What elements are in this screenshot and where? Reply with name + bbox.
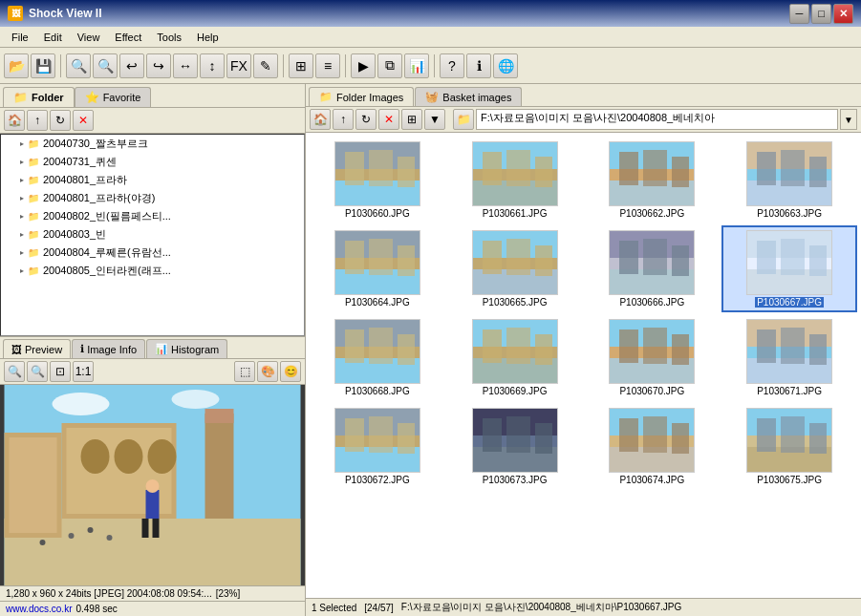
svg-rect-91 — [757, 329, 776, 363]
svg-rect-103 — [483, 418, 502, 452]
rt-view-toggle[interactable]: ⊞ — [401, 109, 422, 130]
tb-fx[interactable]: FX — [226, 53, 251, 78]
tb-zoom-out[interactable]: 🔍 — [93, 53, 118, 78]
path-dropdown[interactable]: ▼ — [840, 109, 857, 130]
tree-item-2[interactable]: ▸ 📁 20040801_프라하 — [1, 171, 304, 189]
thumb-label-P1030674: P1030674.JPG — [619, 475, 684, 485]
svg-rect-8 — [205, 414, 234, 519]
info-icon: ℹ — [80, 343, 84, 355]
tree-item-4[interactable]: ▸ 📁 20040802_빈(필름페스티... — [1, 207, 304, 225]
thumb-image-P1030666 — [609, 230, 695, 295]
folder-refresh-btn[interactable]: ↻ — [50, 110, 71, 131]
folder-delete-btn[interactable]: ✕ — [73, 110, 94, 131]
minimize-button[interactable]: ─ — [789, 4, 809, 24]
tb-help[interactable]: ? — [440, 53, 464, 78]
thumb-item-P1030665[interactable]: P1030665.JPG — [447, 225, 583, 312]
tab-folder-images[interactable]: 📁 Folder Images — [309, 87, 414, 106]
tab-image-info[interactable]: ℹ Image Info — [72, 339, 145, 358]
tb-list[interactable]: ≡ — [315, 53, 340, 78]
tb-flip-v[interactable]: ↕ — [200, 53, 225, 78]
menu-tools[interactable]: Tools — [149, 30, 189, 45]
rt-dropdown[interactable]: ▼ — [424, 109, 445, 130]
prev-crop[interactable]: ⬚ — [234, 361, 255, 382]
svg-rect-69 — [809, 245, 827, 276]
prev-fit[interactable]: ⊡ — [50, 361, 71, 382]
svg-rect-74 — [369, 328, 393, 364]
thumb-item-P1030670[interactable]: P1030670.JPG — [585, 314, 721, 401]
svg-rect-86 — [643, 328, 667, 364]
thumb-item-P1030672[interactable]: P1030672.JPG — [310, 403, 445, 490]
menu-effect[interactable]: Effect — [107, 30, 149, 45]
tb-grid[interactable]: ⊞ — [289, 53, 313, 78]
tb-save[interactable]: 💾 — [31, 53, 55, 78]
prev-100[interactable]: 1:1 — [73, 361, 94, 382]
svg-rect-73 — [345, 329, 364, 363]
website-link[interactable]: www.docs.co.kr — [6, 604, 72, 614]
tb-web[interactable]: 🌐 — [493, 53, 518, 78]
svg-rect-57 — [535, 245, 552, 276]
tb-rotate-left[interactable]: ↩ — [119, 53, 144, 78]
tree-item-5[interactable]: ▸ 📁 20040803_빈 — [1, 225, 304, 244]
tab-histogram[interactable]: 📊 Histogram — [146, 339, 227, 358]
tree-item-0[interactable]: ▸ 📁 20040730_짤츠부르크 — [1, 135, 304, 153]
menu-file[interactable]: File — [4, 30, 36, 45]
thumb-label-P1030675: P1030675.JPG — [757, 475, 822, 485]
tb-info[interactable]: ℹ — [466, 53, 491, 78]
tab-favorite[interactable]: ⭐ Favorite — [75, 87, 152, 107]
tb-histogram[interactable]: 📊 — [404, 53, 429, 78]
svg-rect-105 — [535, 423, 552, 454]
tree-item-7[interactable]: ▸ 📁 20040805_인터라켄(래프... — [1, 262, 304, 280]
thumb-item-P1030667[interactable]: P1030667.JPG — [721, 225, 857, 312]
folder-home-btn[interactable]: 🏠 — [4, 110, 25, 131]
tab-basket-images[interactable]: 🧺 Basket images — [415, 87, 522, 106]
thumb-item-P1030674[interactable]: P1030674.JPG — [585, 403, 721, 490]
tb-flip-h[interactable]: ↔ — [173, 53, 198, 78]
tb-zoom-in[interactable]: 🔍 — [66, 53, 91, 78]
tb-compare[interactable]: ⧉ — [377, 53, 402, 78]
thumb-label-P1030663: P1030663.JPG — [757, 208, 822, 219]
rt-home[interactable]: 🏠 — [310, 109, 331, 130]
rt-refresh[interactable]: ↻ — [355, 109, 377, 130]
prev-zoom-out[interactable]: 🔍 — [27, 361, 48, 382]
close-button[interactable]: ✕ — [833, 4, 853, 24]
preview-toolbar: 🔍 🔍 ⊡ 1:1 ⬚ 🎨 😊 — [0, 359, 305, 385]
rt-folder-icon: 📁 — [453, 109, 474, 130]
thumb-item-P1030671[interactable]: P1030671.JPG — [721, 314, 857, 401]
tb-rotate-right[interactable]: ↪ — [146, 53, 171, 78]
thumb-item-P1030669[interactable]: P1030669.JPG — [447, 314, 583, 401]
tree-item-1[interactable]: ▸ 📁 20040731_퀴센 — [1, 153, 304, 171]
prev-zoom-in[interactable]: 🔍 — [4, 361, 25, 382]
menu-help[interactable]: Help — [189, 30, 226, 45]
tb-slideshow[interactable]: ▶ — [351, 53, 376, 78]
thumb-item-P1030675[interactable]: P1030675.JPG — [721, 403, 857, 490]
thumb-item-P1030673[interactable]: P1030673.JPG — [447, 403, 583, 490]
thumb-image-P1030672 — [334, 408, 420, 473]
thumb-image-P1030660 — [334, 141, 420, 206]
rt-up[interactable]: ↑ — [333, 109, 354, 130]
svg-rect-68 — [781, 239, 805, 275]
folder-tree[interactable]: ▸ 📁 20040730_짤츠부르크 ▸ 📁 20040731_퀴센 ▸ 📁 2… — [0, 134, 305, 336]
thumb-item-P1030668[interactable]: P1030668.JPG — [310, 314, 445, 401]
thumb-item-P1030666[interactable]: P1030666.JPG — [585, 225, 721, 312]
tb-watermark[interactable]: ✎ — [253, 53, 278, 78]
thumb-item-P1030661[interactable]: P1030661.JPG — [447, 137, 583, 223]
folder-up-btn[interactable]: ↑ — [27, 110, 48, 131]
thumb-item-P1030663[interactable]: P1030663.JPG — [721, 137, 857, 223]
menu-edit[interactable]: Edit — [36, 30, 70, 45]
svg-rect-81 — [535, 334, 552, 365]
svg-rect-111 — [672, 423, 689, 454]
tree-item-6[interactable]: ▸ 📁 20040804_루쩨른(유람선... — [1, 244, 304, 262]
svg-rect-93 — [809, 334, 827, 365]
rt-delete[interactable]: ✕ — [378, 109, 399, 130]
prev-color[interactable]: 🎨 — [257, 361, 278, 382]
tb-open[interactable]: 📂 — [4, 53, 29, 78]
tab-folder[interactable]: 📁 Folder — [3, 87, 75, 107]
tree-item-3[interactable]: ▸ 📁 20040801_프라하(야경) — [1, 189, 304, 207]
menu-view[interactable]: View — [70, 30, 108, 45]
maximize-button[interactable]: □ — [811, 4, 831, 24]
thumb-item-P1030662[interactable]: P1030662.JPG — [585, 137, 721, 223]
prev-emoji[interactable]: 😊 — [280, 361, 301, 382]
thumb-item-P1030664[interactable]: P1030664.JPG — [310, 225, 445, 312]
tab-preview[interactable]: 🖼 Preview — [3, 339, 71, 358]
thumb-item-P1030660[interactable]: P1030660.JPG — [310, 137, 445, 223]
